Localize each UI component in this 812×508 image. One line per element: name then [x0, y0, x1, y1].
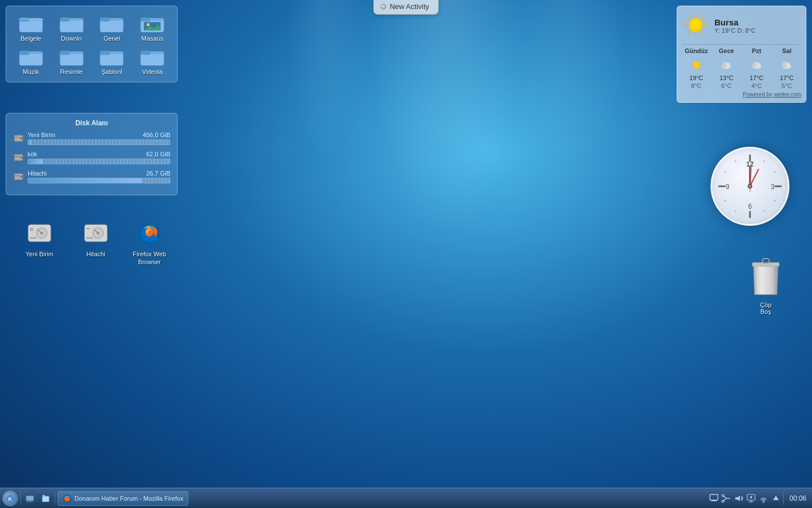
svg-marker-143	[735, 496, 740, 501]
folder-icon	[19, 13, 43, 33]
svg-line-83	[699, 61, 700, 62]
disk-hdd-icon	[13, 133, 24, 144]
weather-temp-high-1: 13°C	[712, 75, 742, 81]
svg-rect-132	[42, 495, 45, 497]
taskbar: K Donanım Haber Forum - Mozilla Firefox	[0, 488, 812, 508]
folders-widget: Belgele Downlo Genel	[6, 6, 178, 82]
folder-muzik[interactable]: Müzik	[13, 46, 49, 75]
folder-genel[interactable]: Genel	[94, 13, 130, 42]
folder-icon	[59, 13, 84, 33]
weather-temp-low-2: 4°C	[742, 82, 771, 89]
tray-screen-icon[interactable]	[709, 493, 719, 503]
svg-rect-61	[86, 237, 93, 239]
weather-temp-low-3: 5°C	[773, 82, 802, 89]
weather-temp-high-2: 17°C	[742, 75, 771, 81]
svg-text:6: 6	[748, 203, 752, 211]
svg-line-104	[774, 200, 775, 202]
svg-rect-31	[15, 137, 20, 138]
svg-point-148	[762, 501, 764, 502]
svg-rect-26	[141, 51, 151, 55]
svg-rect-36	[15, 156, 20, 157]
svg-line-81	[692, 61, 694, 62]
taskbar-sep-2	[55, 492, 55, 505]
weather-temp-main: Y: 19°C D: 8°C	[714, 27, 801, 34]
weather-widget: Bursa Y: 19°C D: 8°C Gündüz Gece Pzt Sal	[677, 6, 806, 103]
svg-line-103	[774, 172, 775, 173]
desktop-icon-yeni-birim[interactable]: Yeni Birim	[17, 220, 62, 259]
weather-days: Gündüz Gece Pzt Sal	[682, 46, 801, 89]
new-activity-icon	[381, 4, 386, 10]
taskbar-files-button[interactable]	[39, 492, 52, 505]
trash-widget[interactable]: ÇöpBoş	[748, 254, 784, 315]
tray-arrow-up-icon[interactable]	[771, 493, 781, 503]
trash-icon	[748, 254, 784, 299]
taskbar-task-firefox[interactable]: Donanım Haber Forum - Mozilla Firefox	[58, 491, 188, 506]
tray-volume-icon[interactable]	[734, 493, 744, 503]
disk-hdd-icon2	[13, 152, 24, 163]
folder-belgeler[interactable]: Belgele	[13, 13, 49, 42]
folder-muzik-label: Müzik	[23, 68, 39, 75]
folder-videolar[interactable]: Videola	[134, 46, 170, 75]
kde-menu-button[interactable]: K	[2, 491, 18, 506]
desktop-icon-firefox[interactable]: Firefox Web Browser	[127, 220, 172, 267]
hdd-icon2	[82, 220, 109, 247]
weather-icon-0	[682, 56, 711, 73]
svg-point-65	[145, 230, 149, 233]
weather-temp-low-1: 6°C	[712, 82, 742, 89]
taskbar-desktop-button[interactable]	[23, 492, 37, 505]
svg-line-106	[735, 210, 736, 212]
disk-info-yeni: Yeni Birim 456,0 GiB	[28, 132, 170, 145]
tray-scissors-icon[interactable]	[721, 493, 731, 503]
new-activity-button[interactable]: New Activity	[373, 0, 439, 15]
folder-resimler[interactable]: Resimle	[54, 46, 90, 75]
svg-rect-17	[20, 51, 29, 55]
svg-line-105	[764, 210, 765, 212]
folder-icon	[19, 46, 43, 67]
svg-line-109	[735, 160, 736, 162]
disk-name-hitachi: Hitachi	[28, 170, 47, 177]
svg-rect-16	[20, 54, 42, 65]
system-tray: 00:06	[709, 492, 810, 505]
new-activity-label: New Activity	[390, 2, 429, 11]
task-favicon-firefox	[63, 494, 72, 503]
folder-belgeler-label: Belgele	[21, 35, 42, 42]
folder-masaustu[interactable]: Masaüs	[134, 13, 170, 42]
weather-temp-high-3: 17°C	[773, 75, 802, 81]
weather-header: Bursa Y: 19°C D: 8°C	[682, 11, 801, 41]
svg-rect-12	[141, 17, 151, 21]
svg-text:9: 9	[726, 183, 730, 191]
desktop-icon-hitachi-label: Hitachi	[85, 249, 107, 259]
svg-rect-128	[27, 496, 33, 500]
folder-downloads[interactable]: Downlo	[54, 13, 90, 42]
weather-icon-1	[712, 56, 742, 73]
weather-day-label-3: Sal	[773, 46, 802, 55]
folder-videolar-label: Videola	[142, 68, 163, 75]
disk-size-yeni: 456,0 GiB	[143, 132, 170, 138]
svg-point-76	[693, 62, 700, 68]
svg-point-67	[691, 20, 701, 30]
desktop-icon-yeni-birim-label: Yeni Birim	[24, 249, 55, 259]
folder-downloads-label: Downlo	[61, 35, 82, 42]
svg-text:K: K	[8, 496, 12, 502]
disk-entry-hitachi: Hitachi 26,7 GiB	[13, 170, 170, 183]
svg-line-73	[701, 30, 704, 33]
weather-powered-link[interactable]: Powered by wetter.com	[682, 91, 801, 98]
disk-info-kok: kök 62,0 GiB	[28, 151, 170, 164]
tray-wifi-icon[interactable]	[758, 493, 769, 503]
folder-sablonlar[interactable]: Şablonl	[94, 46, 130, 75]
svg-rect-129	[28, 501, 32, 502]
clock-svg: 12 3 6 9	[713, 150, 787, 223]
folder-icon	[140, 46, 165, 67]
svg-line-82	[699, 68, 700, 69]
svg-rect-50	[30, 237, 37, 239]
disk-widget: Disk Alanı Yeni Birim 456,0 GiB	[6, 113, 178, 195]
hdd-icon	[26, 220, 53, 247]
svg-line-75	[688, 30, 690, 33]
desktop-icon-hitachi[interactable]: Hitachi	[73, 220, 118, 259]
svg-point-14	[147, 23, 150, 27]
desktop-icon-firefox-label: Firefox Web Browser	[127, 249, 172, 267]
tray-network-icon[interactable]	[746, 493, 756, 503]
folder-icon	[99, 46, 124, 67]
svg-rect-9	[100, 17, 110, 21]
weather-city: Bursa	[714, 17, 801, 27]
